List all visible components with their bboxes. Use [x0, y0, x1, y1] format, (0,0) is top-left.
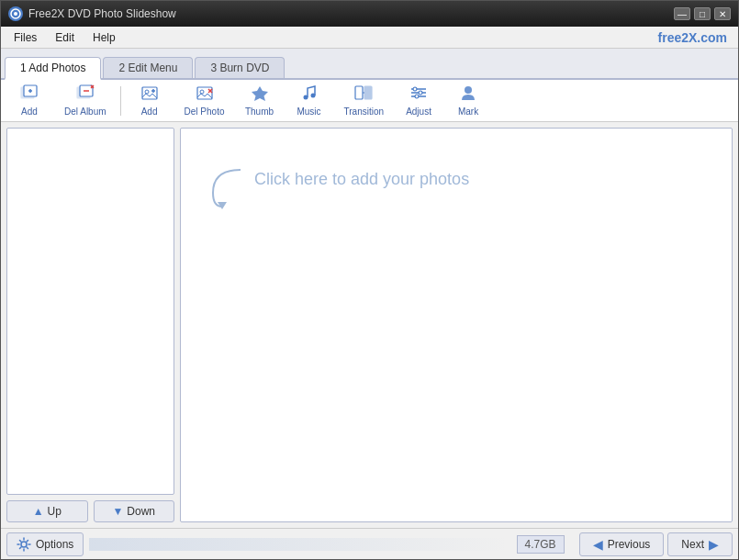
mark-button[interactable]: Mark: [445, 84, 491, 118]
down-label: Down: [127, 505, 155, 518]
down-arrow-icon: ▼: [112, 505, 123, 518]
svg-rect-11: [142, 87, 157, 99]
svg-point-29: [419, 91, 422, 95]
status-bar: Options 4.7GB ◀ Previous Next ▶: [1, 528, 738, 559]
thumb-button[interactable]: Thumb: [237, 84, 283, 118]
title-bar: Free2X DVD Photo Slideshow — □ ✕: [1, 1, 738, 27]
adjust-button[interactable]: Adjust: [396, 84, 442, 118]
svg-marker-19: [252, 86, 268, 101]
music-button[interactable]: Music: [286, 84, 332, 118]
add-album-label: Add: [21, 106, 38, 117]
photo-area[interactable]: Click here to add your photos: [180, 128, 733, 522]
previous-label: Previous: [608, 538, 651, 551]
next-button[interactable]: Next ▶: [667, 532, 733, 556]
add-photo-label: Add: [141, 106, 158, 117]
up-button[interactable]: ▲ Up: [6, 500, 88, 522]
svg-point-31: [465, 86, 472, 94]
previous-arrow-icon: ◀: [593, 537, 603, 552]
window-title: Free2X DVD Photo Slideshow: [28, 7, 176, 20]
mark-label: Mark: [458, 106, 478, 117]
app-icon: [8, 6, 23, 21]
svg-point-30: [415, 95, 419, 98]
toolbar: Add Del Album: [1, 80, 738, 122]
window-controls: — □ ✕: [674, 7, 731, 20]
add-photo-button[interactable]: Add: [127, 84, 173, 118]
options-label: Options: [36, 538, 73, 551]
adjust-label: Adjust: [406, 106, 431, 117]
transition-label: Transition: [344, 106, 385, 117]
previous-button[interactable]: ◀ Previous: [579, 532, 665, 556]
nav-buttons: ◀ Previous Next ▶: [579, 532, 733, 556]
adjust-icon: [409, 84, 428, 105]
menu-help[interactable]: Help: [84, 29, 125, 46]
next-label: Next: [681, 538, 704, 551]
svg-point-20: [303, 95, 308, 100]
del-album-icon: [76, 84, 95, 105]
transition-button[interactable]: Transition: [336, 84, 393, 118]
svg-rect-15: [197, 87, 212, 99]
menu-items: Files Edit Help: [5, 29, 125, 46]
svg-rect-22: [355, 86, 363, 99]
toolbar-sep-1: [120, 86, 121, 116]
tab-edit-menu[interactable]: 2 Edit Menu: [103, 57, 193, 78]
add-album-button[interactable]: Add: [6, 84, 52, 118]
mark-icon: [459, 84, 477, 105]
thumb-icon: [251, 84, 269, 105]
options-button[interactable]: Options: [6, 532, 84, 556]
menu-edit[interactable]: Edit: [46, 29, 84, 46]
svg-point-1: [14, 12, 17, 16]
del-album-label: Del Album: [64, 106, 106, 117]
svg-rect-23: [364, 86, 372, 99]
album-list[interactable]: [6, 128, 174, 495]
svg-point-28: [413, 87, 417, 91]
status-info: 4.7GB: [89, 535, 573, 554]
close-button[interactable]: ✕: [714, 7, 731, 20]
add-album-icon: [20, 84, 39, 105]
svg-point-21: [310, 94, 315, 98]
del-photo-label: Del Photo: [185, 106, 225, 117]
hint-arrow-icon: [208, 165, 245, 211]
tab-add-photos[interactable]: 1 Add Photos: [5, 57, 101, 80]
tabs-bar: 1 Add Photos 2 Edit Menu 3 Burn DVD: [1, 49, 738, 80]
del-photo-icon: [196, 84, 214, 105]
menu-bar: Files Edit Help free2X.com: [1, 27, 738, 49]
options-gear-icon: [17, 537, 31, 552]
next-arrow-icon: ▶: [709, 537, 719, 552]
del-photo-button[interactable]: Del Photo: [176, 84, 233, 118]
transition-icon: [354, 84, 373, 105]
hint-text: Click here to add your photos: [254, 170, 469, 189]
down-button[interactable]: ▼ Down: [94, 500, 175, 522]
progress-bar: [89, 538, 509, 551]
svg-point-33: [21, 542, 27, 547]
main-content: ▲ Up ▼ Down Click here to add your photo…: [1, 122, 738, 528]
up-arrow-icon: ▲: [33, 505, 44, 518]
minimize-button[interactable]: —: [674, 7, 690, 20]
up-label: Up: [48, 505, 62, 518]
thumb-label: Thumb: [245, 106, 274, 117]
title-bar-left: Free2X DVD Photo Slideshow: [8, 6, 176, 21]
left-controls: ▲ Up ▼ Down: [6, 500, 174, 522]
left-panel: ▲ Up ▼ Down: [1, 122, 180, 528]
add-photos-hint: Click here to add your photos: [208, 156, 469, 211]
menu-files[interactable]: Files: [5, 29, 46, 46]
maximize-button[interactable]: □: [694, 7, 711, 20]
music-label: Music: [297, 106, 320, 117]
brand-logo: free2X.com: [658, 30, 727, 45]
disk-size: 4.7GB: [517, 535, 565, 554]
music-icon: [300, 84, 319, 105]
add-photo-icon: [140, 84, 159, 105]
right-panel: Click here to add your photos: [180, 122, 738, 528]
tab-burn-dvd[interactable]: 3 Burn DVD: [195, 57, 285, 78]
main-window: Free2X DVD Photo Slideshow — □ ✕ Files E…: [0, 0, 739, 560]
del-album-button[interactable]: Del Album: [56, 84, 115, 118]
